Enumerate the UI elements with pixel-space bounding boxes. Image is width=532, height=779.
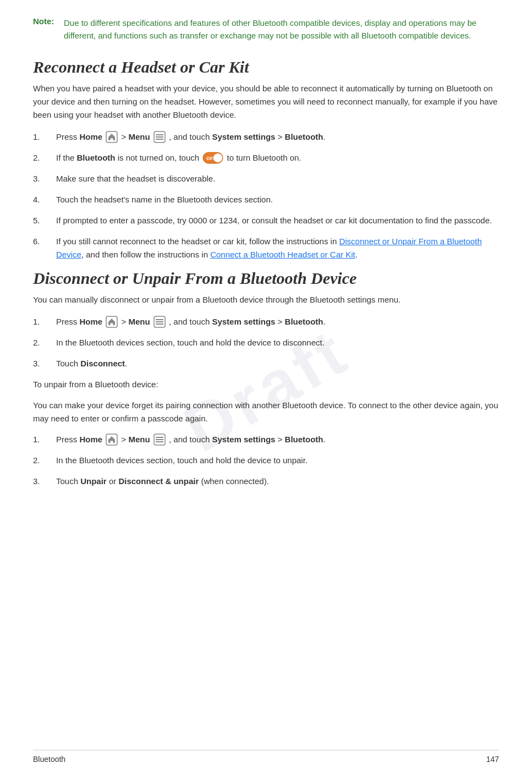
step-number: 5. <box>33 214 50 227</box>
section2-heading: Disconnect or Unpair From a Bluetooth De… <box>33 269 499 288</box>
step-content: Touch Disconnect. <box>56 357 499 370</box>
bluetooth-label: Bluetooth <box>285 435 323 444</box>
step-2-1: 1. Press Home > Menu , and touch System <box>33 315 499 328</box>
step-content: Make sure that the headset is discoverab… <box>56 172 499 185</box>
step-number: 2. <box>33 151 50 164</box>
svg-rect-16 <box>156 439 163 440</box>
bluetooth-label: Bluetooth <box>285 317 323 326</box>
step-3-2: 2. In the Bluetooth devices section, tou… <box>33 454 499 467</box>
step-content: In the Bluetooth devices section, touch … <box>56 454 499 467</box>
step-content: Press Home > Menu , and touch System set… <box>56 315 499 328</box>
system-settings-label: System settings <box>212 435 275 444</box>
system-settings-label: System settings <box>212 132 275 141</box>
step-number: 4. <box>33 193 50 206</box>
note-label: Note: <box>33 17 57 42</box>
step-1-3: 3. Make sure that the headset is discove… <box>33 172 499 185</box>
footer-right: 147 <box>486 755 499 764</box>
footer: Bluetooth 147 <box>33 750 499 764</box>
step-number: 1. <box>33 315 50 328</box>
home-label: Home <box>80 435 103 444</box>
step-content: Touch the headset's name in the Bluetoot… <box>56 193 499 206</box>
unpair-intro2: You can make your device forget its pair… <box>33 399 499 425</box>
svg-rect-2 <box>156 134 163 135</box>
step-number: 6. <box>33 235 50 261</box>
home-icon <box>106 131 118 143</box>
step-number: 3. <box>33 172 50 185</box>
section1-steps: 1. Press Home > Menu <box>33 130 499 261</box>
menu-label: Menu <box>128 132 150 141</box>
menu-icon <box>153 434 166 446</box>
unpair-intro1: To unpair from a Bluetooth device: <box>33 378 499 391</box>
step-3-3: 3. Touch Unpair or Disconnect & unpair (… <box>33 475 499 488</box>
toggle-off-icon: OFF <box>202 152 223 164</box>
step-number: 3. <box>33 357 50 370</box>
section2-unpair-steps: 1. Press Home > Menu , and touch System <box>33 433 499 488</box>
home-icon <box>106 434 118 446</box>
system-settings-label: System settings <box>212 317 275 326</box>
step-3-1: 1. Press Home > Menu , and touch System <box>33 433 499 446</box>
step-content: If prompted to enter a passcode, try 000… <box>56 214 499 227</box>
step-content: In the Bluetooth devices section, touch … <box>56 336 499 349</box>
section-reconnect: Reconnect a Headset or Car Kit When you … <box>33 58 499 261</box>
step-content: If you still cannot reconnect to the hea… <box>56 235 499 261</box>
disconnect-bold: Disconnect <box>80 359 125 368</box>
step-content: If the Bluetooth is not turned on, touch… <box>56 151 499 164</box>
svg-rect-4 <box>156 139 163 140</box>
step-number: 2. <box>33 336 50 349</box>
footer-left: Bluetooth <box>33 755 65 764</box>
link-connect[interactable]: Connect a Bluetooth Headset or Car Kit <box>210 250 355 259</box>
step-1-5: 5. If prompted to enter a passcode, try … <box>33 214 499 227</box>
section1-intro: When you have paired a headset with your… <box>33 82 499 122</box>
home-label: Home <box>80 317 103 326</box>
bluetooth-label: Bluetooth <box>285 132 323 141</box>
svg-rect-11 <box>156 321 163 322</box>
step-content: Press Home > Menu , and touch System set… <box>56 433 499 446</box>
menu-icon <box>153 131 166 143</box>
step-number: 3. <box>33 475 50 488</box>
home-icon <box>106 316 118 328</box>
disconnect-unpair-bold: Disconnect & unpair <box>118 476 199 486</box>
section1-heading: Reconnect a Headset or Car Kit <box>33 58 499 76</box>
step-1-6: 6. If you still cannot reconnect to the … <box>33 235 499 261</box>
step-1-1: 1. Press Home > Menu <box>33 130 499 144</box>
note-block: Note: Due to different specifications an… <box>33 17 499 42</box>
svg-rect-3 <box>156 136 163 138</box>
bluetooth-bold: Bluetooth <box>77 153 116 162</box>
step-2-2: 2. In the Bluetooth devices section, tou… <box>33 336 499 349</box>
svg-rect-17 <box>156 441 163 442</box>
step-number: 1. <box>33 130 50 144</box>
svg-rect-12 <box>156 323 163 325</box>
svg-rect-15 <box>156 437 163 438</box>
section-disconnect: Disconnect or Unpair From a Bluetooth De… <box>33 269 499 488</box>
menu-label: Menu <box>128 435 150 444</box>
section2-steps: 1. Press Home > Menu , and touch System <box>33 315 499 370</box>
unpair-bold: Unpair <box>80 476 107 486</box>
note-text: Due to different specifications and feat… <box>64 17 499 42</box>
step-number: 1. <box>33 433 50 446</box>
step-content: Touch Unpair or Disconnect & unpair (whe… <box>56 475 499 488</box>
step-1-4: 4. Touch the headset's name in the Bluet… <box>33 193 499 206</box>
step-1-2: 2. If the Bluetooth is not turned on, to… <box>33 151 499 164</box>
home-label: Home <box>80 132 103 141</box>
step-content: Press Home > Menu , and touch System <box>56 130 499 144</box>
step-2-3: 3. Touch Disconnect. <box>33 357 499 370</box>
svg-rect-10 <box>156 319 163 320</box>
svg-text:OFF: OFF <box>206 156 216 161</box>
menu-label: Menu <box>128 317 150 326</box>
menu-icon <box>153 316 166 328</box>
section2-intro: You can manually disconnect or unpair fr… <box>33 293 499 306</box>
step-number: 2. <box>33 454 50 467</box>
